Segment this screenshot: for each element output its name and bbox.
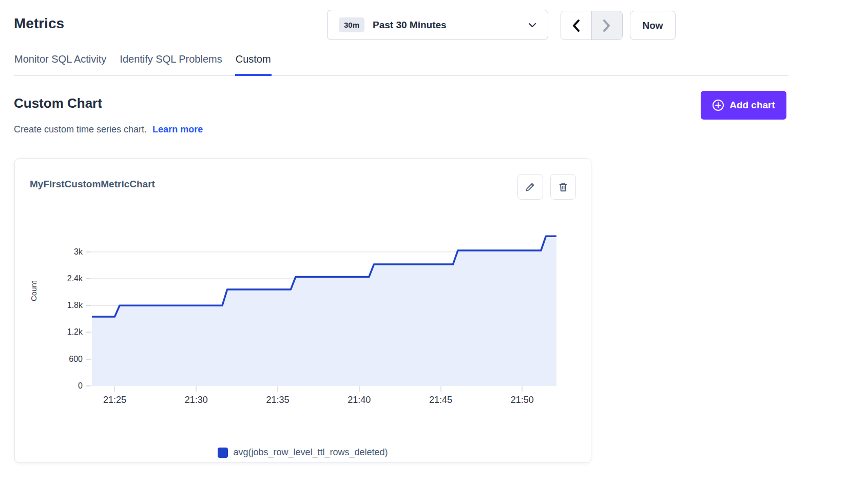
y-tick-label: 0 [52, 381, 83, 391]
custom-chart-plot[interactable] [92, 216, 556, 386]
y-tick-label: 1.2k [52, 327, 83, 337]
chart-title: MyFirstCustomMetricChart [30, 179, 155, 190]
x-tick-label: 21:45 [423, 395, 459, 405]
tab-custom[interactable]: Custom [235, 52, 272, 75]
y-tick-mark [86, 305, 91, 306]
section-subtitle-text: Create custom time series chart. [14, 124, 147, 134]
previous-range-button[interactable] [561, 11, 592, 40]
card-divider [30, 436, 577, 436]
metrics-page: Metrics 30m Past 30 Minutes Now Monitor … [0, 0, 847, 504]
y-tick-label: 2.4k [52, 274, 83, 284]
time-range-label: Past 30 Minutes [373, 20, 528, 31]
y-tick-label: 3k [52, 247, 83, 257]
delete-chart-button[interactable] [550, 174, 576, 200]
x-tick-mark [440, 386, 441, 392]
now-button[interactable]: Now [630, 11, 676, 40]
metrics-tabs: Monitor SQL Activity Identify SQL Proble… [14, 52, 788, 76]
time-range-badge: 30m [339, 17, 364, 32]
chart-legend[interactable]: avg(jobs_row_level_ttl_rows_deleted) [15, 447, 591, 458]
x-tick-mark [359, 386, 360, 392]
series-area [92, 236, 556, 386]
chevron-right-icon [602, 19, 611, 32]
time-range-select[interactable]: 30m Past 30 Minutes [327, 10, 548, 40]
now-button-label: Now [642, 20, 663, 31]
x-tick-label: 21:35 [260, 395, 296, 405]
y-tick-mark [86, 278, 91, 279]
page-title: Metrics [14, 15, 64, 32]
x-tick-label: 21:25 [97, 395, 132, 405]
x-tick-label: 21:40 [341, 395, 377, 405]
learn-more-link[interactable]: Learn more [152, 124, 203, 134]
pencil-icon [524, 181, 536, 193]
plus-circle-icon [712, 99, 724, 111]
x-tick-mark [114, 386, 115, 392]
legend-label: avg(jobs_row_level_ttl_rows_deleted) [233, 447, 388, 458]
y-tick-mark [86, 251, 91, 253]
x-tick-mark [522, 386, 523, 392]
section-heading: Custom Chart [14, 95, 102, 111]
tab-identify-sql-problems[interactable]: Identify SQL Problems [119, 52, 222, 75]
add-chart-button[interactable]: Add chart [701, 91, 786, 120]
y-tick-label: 1.8k [52, 300, 83, 311]
trash-icon [557, 181, 569, 193]
y-tick-mark [86, 385, 91, 386]
y-tick-mark [86, 359, 91, 360]
legend-swatch [218, 448, 228, 458]
x-tick-mark [196, 386, 197, 392]
x-tick-label: 21:50 [504, 395, 540, 405]
edit-chart-button[interactable] [517, 174, 543, 200]
time-step-group [561, 11, 623, 40]
y-tick-mark [86, 332, 91, 333]
y-tick-label: 600 [52, 354, 83, 364]
section-subtitle: Create custom time series chart. Learn m… [14, 124, 203, 135]
y-axis-title: Count [29, 276, 40, 306]
chevron-left-icon [571, 19, 581, 32]
x-tick-label: 21:30 [178, 395, 214, 405]
tab-monitor-sql-activity[interactable]: Monitor SQL Activity [14, 52, 107, 75]
add-chart-button-label: Add chart [729, 100, 775, 111]
custom-chart-card: MyFirstCustomMetricChart Count 06001.2k1… [14, 158, 591, 463]
chevron-down-icon [528, 23, 536, 28]
next-range-button-disabled[interactable] [592, 11, 623, 40]
x-tick-mark [277, 386, 278, 392]
